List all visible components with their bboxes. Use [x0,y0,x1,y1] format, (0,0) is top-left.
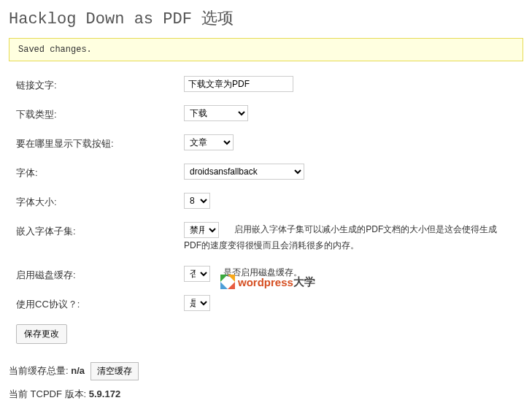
label-font: 字体: [9,164,184,180]
svg-marker-3 [228,282,235,289]
where-show-select[interactable]: 文章 [184,134,234,150]
subset-select[interactable]: 禁用 [184,222,219,238]
font-size-select[interactable]: 8 [184,193,210,209]
cache-total-value: n/a [71,365,85,376]
cache-total-label: 当前缓存总量: [9,365,71,376]
download-type-select[interactable]: 下载 [184,105,248,121]
save-button[interactable]: 保存更改 [16,324,67,344]
subset-description: 启用嵌入字体子集可以减小生成的PDF文档的大小但是这会使得生成PDF的速度变得很… [184,224,497,250]
tcpdf-version-line: 当前 TCPDF 版本: 5.9.172 [9,388,523,401]
svg-marker-2 [220,282,228,289]
label-cache: 启用磁盘缓存: [9,266,184,282]
clear-cache-button[interactable]: 清空缓存 [90,362,139,380]
label-font-size: 字体大小: [9,193,184,209]
label-subset: 嵌入字体子集: [9,222,184,238]
tcpdf-value: 5.9.172 [89,388,120,399]
link-text-input[interactable] [184,76,293,92]
label-cc: 使用CC协议？: [9,295,184,311]
label-download-type: 下载类型: [9,105,184,121]
font-select[interactable]: droidsansfallback [184,164,304,180]
label-where-show: 要在哪里显示下载按钮: [9,134,184,150]
tcpdf-label: 当前 TCPDF 版本: [9,388,89,399]
saved-notice: Saved changes. [9,38,523,61]
cache-select[interactable]: 否 [184,266,210,282]
cc-select[interactable]: 是 [184,295,210,311]
page-title: Hacklog Down as PDF 选项 [9,7,523,29]
cache-total-line: 当前缓存总量: n/a 清空缓存 [9,362,523,380]
cache-description: 是否启用磁盘缓存。 [223,266,523,280]
label-link-text: 链接文字: [9,76,184,92]
